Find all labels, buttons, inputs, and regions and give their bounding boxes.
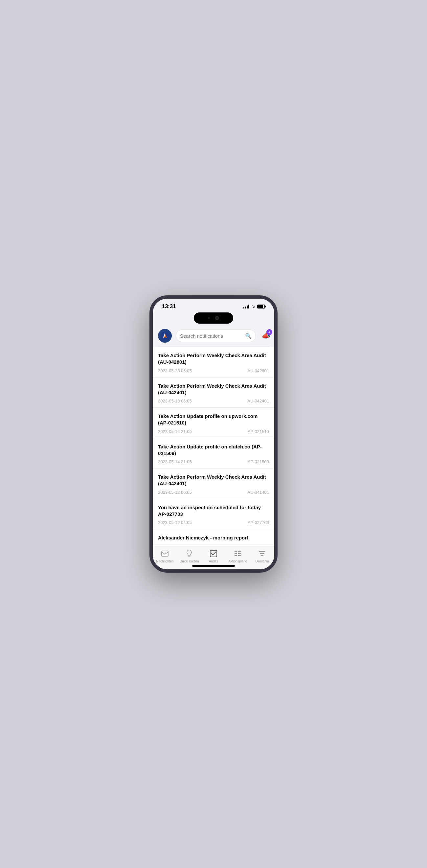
logo-svg — [161, 332, 169, 340]
list-lines-icon — [234, 549, 241, 558]
notification-title: Aleksander Niemczyk - morning report — [158, 534, 269, 541]
status-bar: 13:31 ∿ — [153, 299, 274, 312]
notification-item[interactable]: Take Action Update profile on clutch.co … — [153, 438, 274, 469]
notification-item[interactable]: Take Action Perform Weekly Check Area Au… — [153, 347, 274, 377]
notification-date: 2023-05-14 21:05 — [158, 459, 192, 464]
checkbox-check-icon — [210, 549, 217, 558]
dynamic-island — [194, 312, 233, 323]
notification-ref-id: AP-027703 — [248, 520, 269, 525]
nav-items: Nachrichten Quick Kaizen — [153, 549, 274, 563]
wifi-icon: ∿ — [251, 304, 255, 309]
notification-meta: 2023-05-14 21:05 AP-021510 — [158, 429, 269, 434]
status-time: 13:31 — [162, 303, 176, 310]
notification-meta: 2023-05-14 21:05 AP-021509 — [158, 459, 269, 464]
nav-label-aktionsplane: Aktionspläne — [228, 559, 247, 563]
notifications-list[interactable]: Take Action Perform Weekly Check Area Au… — [153, 347, 274, 546]
home-indicator — [192, 565, 235, 567]
notification-date: 2023-05-14 21:05 — [158, 429, 192, 434]
di-sensor — [208, 317, 210, 319]
notification-title: Take Action Perform Weekly Check Area Au… — [158, 383, 269, 396]
header: 🔍 📣 4 — [153, 326, 274, 347]
nav-item-dzialania[interactable]: Działania — [250, 549, 274, 563]
app-logo — [158, 329, 172, 343]
notification-title: Take Action Update profile on upwork.com… — [158, 413, 269, 427]
svg-rect-1 — [162, 551, 168, 556]
filter-lines-icon — [259, 549, 266, 558]
notification-ref-id: AP-021510 — [248, 429, 269, 434]
notification-item[interactable]: You have an inspection scheduled for tod… — [153, 499, 274, 530]
notification-ref-id: AU-042401 — [247, 399, 269, 403]
notification-badge: 4 — [266, 329, 272, 335]
notification-ref-id: AU-042801 — [247, 368, 269, 373]
status-icons: ∿ — [243, 304, 265, 309]
notification-title: You have an inspection scheduled for tod… — [158, 504, 269, 518]
notification-meta: 2023-05-12 06:05 AU-041401 — [158, 490, 269, 495]
notification-title: Take Action Update profile on clutch.co … — [158, 443, 269, 457]
phone-frame: 13:31 ∿ — [150, 296, 277, 572]
notification-bell[interactable]: 📣 4 — [260, 330, 272, 342]
notification-item[interactable]: Take Action Perform Weekly Check Area Au… — [153, 377, 274, 408]
notification-date: 2023-05-12 06:05 — [158, 490, 192, 495]
search-icon: 🔍 — [245, 333, 252, 339]
notification-item[interactable]: Aleksander Niemczyk - morning report — [153, 529, 274, 546]
bottom-nav: Nachrichten Quick Kaizen — [153, 546, 274, 569]
nav-label-quickkaizen: Quick Kaizen — [180, 559, 199, 563]
search-input[interactable] — [180, 333, 242, 339]
notification-ref-id: AP-021509 — [248, 459, 269, 464]
notification-meta: 2023-05-23 06:05 AU-042801 — [158, 368, 269, 373]
notification-meta: 2023-05-18 06:05 AU-042401 — [158, 399, 269, 403]
notification-meta: 2023-05-12 04:05 AP-027703 — [158, 520, 269, 525]
lightbulb-icon — [186, 549, 193, 558]
notification-date: 2023-05-18 06:05 — [158, 399, 192, 403]
mail-icon — [161, 549, 168, 558]
nav-label-audits: Audits — [209, 559, 218, 563]
notification-item[interactable]: Take Action Perform Weekly Check Area Au… — [153, 468, 274, 499]
notification-item[interactable]: Take Action Update profile on upwork.com… — [153, 408, 274, 438]
signal-icon — [243, 305, 249, 309]
notification-date: 2023-05-12 04:05 — [158, 520, 192, 525]
di-camera — [215, 316, 219, 320]
nav-label-nachrichten: Nachrichten — [156, 559, 173, 563]
nav-item-aktionsplane[interactable]: Aktionspläne — [226, 549, 250, 563]
notification-ref-id: AU-041401 — [247, 490, 269, 495]
notification-date: 2023-05-23 06:05 — [158, 368, 192, 373]
screen: 13:31 ∿ — [153, 299, 274, 569]
nav-item-audits[interactable]: Audits — [201, 549, 226, 563]
notification-title: Take Action Perform Weekly Check Area Au… — [158, 352, 269, 366]
nav-label-dzialania: Działania — [255, 559, 269, 563]
nav-item-nachrichten[interactable]: Nachrichten — [153, 549, 177, 563]
search-bar[interactable]: 🔍 — [176, 330, 256, 342]
nav-item-quickkaizen[interactable]: Quick Kaizen — [177, 549, 201, 563]
notification-title: Take Action Perform Weekly Check Area Au… — [158, 474, 269, 487]
battery-icon — [257, 305, 265, 309]
